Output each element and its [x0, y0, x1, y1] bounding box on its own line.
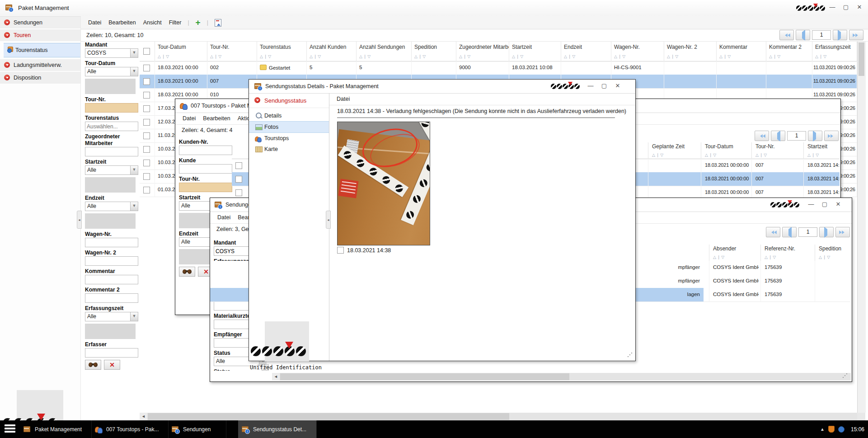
menu-item-datei[interactable]: Datei — [88, 19, 101, 26]
export-icon[interactable] — [215, 19, 221, 27]
collapse-panel-handle[interactable]: ◄ — [77, 211, 82, 229]
sendungen-last-page-button[interactable] — [835, 227, 850, 237]
column-header[interactable]: Tour-Datum△ | ▽ — [701, 142, 751, 159]
main-first-page-button[interactable] — [779, 30, 794, 40]
main-page-number[interactable]: 1 — [812, 30, 831, 40]
filter-select-0[interactable]: COSYS▼ — [85, 48, 138, 58]
menu-item-bearbeiten[interactable]: Bearbeiten — [108, 19, 136, 26]
row-checkbox[interactable] — [143, 187, 150, 193]
minimize-button[interactable]: — — [585, 82, 596, 89]
chevron-down-icon[interactable]: ▼ — [130, 202, 138, 211]
column-header[interactable]: Tour-Nr.△ | ▽ — [207, 42, 257, 61]
column-header[interactable]: Anzahl Kunden△ | ▽ — [307, 42, 357, 61]
main-last-page-button[interactable] — [849, 30, 863, 40]
sendungen-page-number[interactable]: 1 — [798, 227, 817, 237]
filter-input-3[interactable] — [87, 122, 136, 130]
row-checkbox[interactable] — [143, 160, 150, 166]
filter-input-4[interactable] — [87, 148, 136, 155]
sort-controls[interactable]: △ | ▽ — [564, 54, 576, 59]
column-header[interactable]: Startzeit△ | ▽ — [509, 42, 561, 61]
close-button[interactable]: ✕ — [854, 4, 865, 10]
row-checkbox[interactable] — [143, 78, 150, 85]
column-header[interactable]: Spedition△ | ▽ — [412, 42, 456, 61]
filter-select-11[interactable]: Alle▼ — [85, 312, 138, 321]
sort-controls[interactable]: △ | ▽ — [158, 54, 169, 59]
start-menu-button[interactable] — [5, 424, 15, 434]
network-icon[interactable] — [838, 426, 845, 433]
row-checkbox[interactable] — [143, 92, 150, 99]
minimize-button[interactable]: — — [806, 201, 816, 207]
menu-item-datei[interactable]: Datei — [183, 115, 196, 122]
add-icon[interactable]: + — [196, 19, 201, 27]
sort-controls[interactable]: △ | ▽ — [769, 54, 781, 59]
sort-controls[interactable]: △ | ▽ — [819, 255, 830, 259]
tourstops-next-page-button[interactable] — [808, 131, 822, 141]
column-header[interactable]: Anzahl Sendungen△ | ▽ — [357, 42, 412, 61]
sort-controls[interactable]: △ | ▽ — [705, 153, 717, 157]
filter-input-0[interactable] — [181, 146, 230, 154]
sort-controls[interactable]: △ | ▽ — [614, 54, 626, 59]
sidebar-item-ladungsmittelverw[interactable]: Ladungsmittelverw. — [0, 59, 80, 71]
filter-input-12[interactable] — [87, 349, 136, 357]
sendungen-first-page-button[interactable] — [766, 227, 780, 237]
sort-controls[interactable]: △ | ▽ — [667, 54, 679, 59]
main-prev-page-button[interactable] — [796, 30, 810, 40]
menu-item-datei[interactable]: Datei — [217, 214, 230, 221]
row-checkbox[interactable] — [143, 173, 150, 180]
maximize-button[interactable]: ▢ — [819, 201, 830, 207]
sort-controls[interactable]: △ | ▽ — [713, 255, 725, 259]
row-checkbox[interactable] — [235, 189, 242, 196]
resize-grip[interactable] — [629, 354, 630, 355]
menu-item-datei[interactable]: Datei — [337, 96, 350, 102]
main-next-page-button[interactable] — [833, 30, 847, 40]
horizontal-scrollbar[interactable]: ◄ — [272, 373, 851, 381]
sendungen-next-page-button[interactable] — [819, 227, 834, 237]
column-header[interactable] — [140, 42, 155, 61]
column-header[interactable]: Spedition△ | ▽ — [815, 245, 851, 261]
sort-controls[interactable]: △ | ▽ — [512, 54, 524, 59]
column-header[interactable]: Startzeit△ | ▽ — [803, 142, 840, 159]
filter-select-5[interactable]: Alle▼ — [85, 165, 138, 175]
row-checkbox[interactable] — [143, 65, 150, 71]
row-checkbox[interactable] — [235, 162, 242, 169]
taskbar-item-3[interactable]: iSendungen — [168, 420, 226, 438]
row-checkbox[interactable] — [143, 119, 150, 126]
row-checkbox[interactable] — [235, 176, 242, 183]
column-header[interactable]: Zugeordneter Mitarbeiter△ | ▽ — [456, 42, 509, 61]
sort-controls[interactable]: △ | ▽ — [260, 54, 272, 59]
column-header[interactable]: Kommentar△ | ▽ — [717, 42, 766, 61]
menu-item-bearbeiten[interactable]: Bearbeiten — [203, 115, 230, 122]
sidebar-item-sendungen[interactable]: Sendungen — [0, 17, 80, 28]
table-row[interactable]: 18.03.2021 00:00002Gestartet55900018.03.… — [140, 61, 857, 75]
sort-controls[interactable]: △ | ▽ — [652, 153, 664, 157]
sidebar-item-tourenstatus[interactable]: Tourenstatus — [4, 43, 80, 57]
filter-input-9[interactable] — [87, 276, 136, 283]
column-header[interactable]: Wagen-Nr.△ | ▽ — [611, 42, 664, 61]
filter-input-10[interactable] — [87, 294, 136, 302]
details-titlebar[interactable]: i Sendungsstatus Details - Paket Managem… — [249, 80, 635, 94]
chevron-down-icon[interactable]: ▼ — [130, 312, 138, 321]
chevron-down-icon[interactable]: ▼ — [130, 49, 138, 57]
calendar-collapsed-block[interactable] — [85, 79, 136, 94]
sort-controls[interactable]: △ | ▽ — [359, 54, 371, 59]
menu-item-filter[interactable]: Filter — [169, 19, 182, 26]
column-header[interactable]: Endzeit△ | ▽ — [561, 42, 611, 61]
column-header[interactable]: Erfassungszeit△ | ▽ — [812, 42, 857, 61]
column-header[interactable]: Tour-Datum△ | ▽ — [155, 42, 207, 61]
sort-controls[interactable]: △ | ▽ — [807, 153, 819, 157]
sort-controls[interactable]: △ | ▽ — [310, 54, 321, 59]
maximize-button[interactable]: ▢ — [840, 4, 851, 10]
calendar-collapsed-block[interactable] — [85, 213, 136, 229]
filter-input-1[interactable] — [181, 165, 230, 173]
chevron-down-icon[interactable]: ▼ — [130, 166, 138, 174]
vertical-scrollbar[interactable] — [857, 42, 866, 413]
calendar-collapsed-block[interactable] — [85, 324, 136, 339]
nav-item-fotos[interactable]: Fotos — [249, 121, 329, 133]
search-button[interactable] — [179, 267, 195, 277]
clear-filter-button[interactable]: ✕ — [104, 360, 120, 370]
filter-select-6[interactable]: Alle▼ — [85, 202, 138, 211]
filter-input-2[interactable] — [181, 184, 230, 191]
filter-input-7[interactable] — [87, 239, 136, 246]
taskbar-item-2[interactable]: 007 Tourstops - Pak... — [91, 420, 169, 438]
tourstops-page-number[interactable]: 1 — [787, 131, 806, 141]
